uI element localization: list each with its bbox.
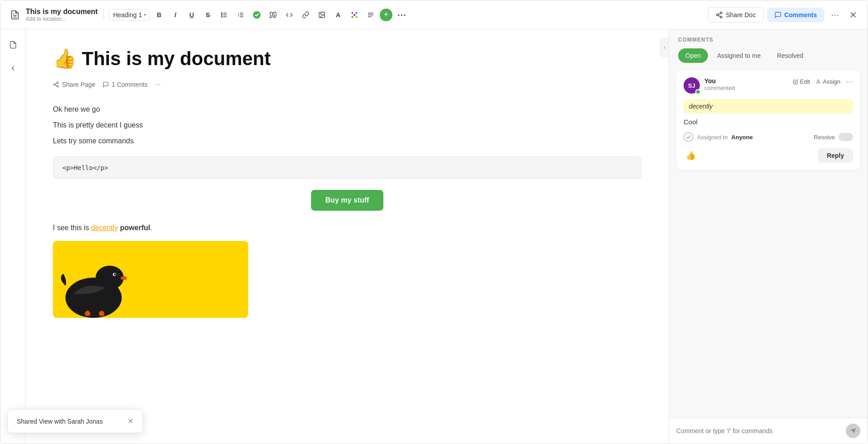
comment-card: SJ You commented Edit xyxy=(676,70,860,170)
svg-point-22 xyxy=(720,12,722,14)
body-area: ‹ 👍 This is my document Share Page 1 Com… xyxy=(0,29,868,444)
doc-subtitle[interactable]: Add to location... xyxy=(26,16,98,22)
image-button[interactable] xyxy=(315,8,329,22)
comment-card-header: SJ You commented Edit xyxy=(684,77,853,94)
resolve-button[interactable]: Resolve xyxy=(814,133,853,141)
comment-input-area xyxy=(669,418,868,444)
comments-count-label: 1 Comments xyxy=(112,81,147,88)
bold-button[interactable]: B xyxy=(152,8,166,22)
tab-assigned[interactable]: Assigned to me xyxy=(710,48,768,63)
comment-input[interactable] xyxy=(676,427,841,435)
duck-image xyxy=(53,246,134,318)
toolbar-right: Share Doc Comments ⋯ ✕ xyxy=(708,7,860,23)
color-picker-button[interactable] xyxy=(347,8,362,22)
comments-panel-title: COMMENTS xyxy=(678,37,859,43)
comments-button[interactable]: Comments xyxy=(767,8,824,22)
comment-action-text: commented xyxy=(704,85,788,91)
tab-resolved[interactable]: Resolved xyxy=(770,48,811,63)
comment-meta: You commented xyxy=(704,77,788,91)
share-doc-button[interactable]: Share Doc xyxy=(708,7,763,23)
svg-point-28 xyxy=(54,84,56,85)
comments-body: SJ You commented Edit xyxy=(669,63,868,418)
svg-point-35 xyxy=(114,274,116,275)
svg-point-16 xyxy=(351,16,354,18)
doc-title-area: This is my document Add to location... xyxy=(26,8,98,22)
heading-emoji: 👍 xyxy=(53,47,76,70)
inline-text: I see this is decently powerful. xyxy=(53,222,642,234)
comment-more-button[interactable]: ⋯ xyxy=(846,77,853,86)
inline-bold-word: powerful xyxy=(120,224,151,231)
svg-point-23 xyxy=(717,14,718,16)
share-page-button[interactable]: Share Page xyxy=(53,81,95,88)
more-options-button[interactable]: ⋯ xyxy=(394,8,409,22)
buy-button[interactable]: Buy my stuff xyxy=(311,190,384,211)
quote-button[interactable] xyxy=(266,8,280,22)
code-block-content: <p>Hello</p> xyxy=(62,164,108,171)
inline-highlight-word: decently xyxy=(91,224,118,231)
sidebar-doc-icon[interactable] xyxy=(5,37,21,53)
align-button[interactable] xyxy=(363,8,378,22)
strikethrough-button[interactable]: S xyxy=(201,8,215,22)
content-line-3: Lets try some commands xyxy=(53,135,642,147)
comment-action-buttons: Edit Assign ⋯ xyxy=(793,77,853,86)
document-title: This is my document xyxy=(82,48,271,70)
close-button[interactable]: ✕ xyxy=(846,8,860,22)
ordered-list-button[interactable] xyxy=(233,8,248,22)
buy-button-wrapper: Buy my stuff xyxy=(53,190,642,211)
underline-button[interactable]: U xyxy=(184,8,199,22)
code-button[interactable] xyxy=(282,8,297,22)
toast-close-button[interactable]: ✕ xyxy=(127,417,133,425)
toolbar-center: Heading 1 ▾ B I U S xyxy=(109,8,409,22)
resolve-label: Resolve xyxy=(814,134,835,141)
comments-header: COMMENTS Open Assigned to me Resolved xyxy=(669,29,868,63)
collapse-panel-button[interactable]: ‹ xyxy=(660,38,669,57)
doc-more-button[interactable]: ··· xyxy=(155,80,160,89)
inline-text-end: . xyxy=(150,224,152,231)
svg-point-18 xyxy=(354,14,356,16)
italic-button[interactable]: I xyxy=(168,8,183,22)
resolve-toggle[interactable] xyxy=(839,133,853,141)
link-button[interactable] xyxy=(298,8,313,22)
svg-line-31 xyxy=(55,83,57,84)
assigned-check-icon xyxy=(684,132,693,142)
assign-button[interactable]: Assign xyxy=(816,78,840,85)
svg-point-7 xyxy=(222,16,222,17)
share-doc-label: Share Doc xyxy=(726,11,755,19)
avatar-online-badge xyxy=(695,89,701,94)
add-block-button[interactable]: + xyxy=(380,9,392,21)
tab-open[interactable]: Open xyxy=(678,48,708,63)
comment-footer: 👍 Reply xyxy=(684,148,853,163)
svg-point-5 xyxy=(222,13,222,14)
share-page-label: Share Page xyxy=(62,81,95,88)
send-button[interactable] xyxy=(846,424,860,438)
svg-point-17 xyxy=(355,16,358,18)
toolbar-left: This is my document Add to location... H… xyxy=(8,8,704,22)
svg-point-29 xyxy=(57,85,59,87)
reply-button[interactable]: Reply xyxy=(818,148,853,163)
svg-line-26 xyxy=(718,13,721,14)
edit-label: Edit xyxy=(800,78,810,85)
assigned-to-label: Assigned to Anyone xyxy=(697,134,753,141)
like-button[interactable]: 👍 xyxy=(684,148,698,163)
avatar: SJ xyxy=(684,77,700,94)
toolbar-more-button[interactable]: ⋯ xyxy=(828,8,842,22)
content-line-2: This is pretty decent I guess xyxy=(53,119,642,131)
left-sidebar xyxy=(0,29,26,444)
inline-text-pre: I see this is xyxy=(53,224,91,231)
sidebar-back-icon[interactable] xyxy=(5,60,21,76)
heading-select[interactable]: Heading 1 ▾ xyxy=(109,9,150,21)
comments-count-button[interactable]: 1 Comments xyxy=(103,81,147,88)
svg-point-33 xyxy=(95,265,123,289)
comments-tabs: Open Assigned to me Resolved xyxy=(678,48,859,63)
svg-point-6 xyxy=(222,14,222,15)
checklist-button[interactable] xyxy=(250,8,264,22)
bullet-list-button[interactable] xyxy=(217,8,231,22)
doc-actions-row: Share Page 1 Comments ··· xyxy=(53,80,642,89)
chevron-down-icon: ▾ xyxy=(144,12,146,17)
comment-body-text: Cool xyxy=(684,118,853,126)
code-block: <p>Hello</p> xyxy=(53,156,642,179)
comments-button-label: Comments xyxy=(784,11,817,19)
edit-button[interactable]: Edit xyxy=(793,78,810,85)
svg-point-13 xyxy=(321,13,321,14)
text-color-button[interactable]: A xyxy=(331,8,345,22)
